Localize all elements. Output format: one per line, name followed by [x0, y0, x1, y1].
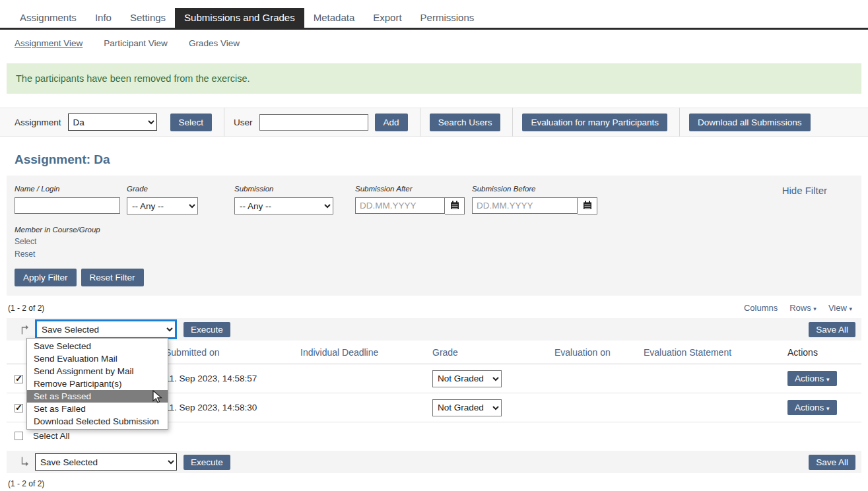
filter-name-login-field: Name / Login — [15, 185, 120, 214]
subtab-grades-view[interactable]: Grades View — [189, 38, 240, 48]
menu-item-send-assignment-by-mail[interactable]: Send Assignment by Mail — [27, 365, 168, 377]
hide-filter-link[interactable]: Hide Filter — [782, 185, 827, 196]
user-input[interactable] — [259, 114, 368, 131]
subtab-participant-view[interactable]: Participant View — [104, 38, 168, 48]
select-button[interactable]: Select — [170, 114, 213, 131]
submission-after-label: Submission After — [355, 185, 465, 193]
menu-item-save-selected[interactable]: Save Selected — [27, 340, 168, 352]
select-all-label: Select All — [33, 431, 70, 441]
chevron-down-icon: ▾ — [813, 306, 817, 312]
grade-filter-select[interactable]: -- Any -- — [127, 197, 198, 214]
header-actions: Actions — [782, 341, 861, 364]
view-link[interactable]: View ▾ — [828, 303, 852, 313]
header-evaluation-on[interactable]: Evaluation on — [554, 341, 644, 364]
execute-button-bottom[interactable]: Execute — [184, 455, 230, 470]
menu-item-send-evaluation-mail[interactable]: Send Evaluation Mail — [27, 352, 168, 365]
tab-permissions[interactable]: Permissions — [411, 8, 484, 28]
result-range: (1 - 2 of 2) — [8, 304, 44, 313]
calendar-icon — [450, 201, 459, 212]
search-users-button[interactable]: Search Users — [430, 114, 501, 131]
bulk-action-band-bottom: Save Selected Execute Save All — [7, 451, 861, 473]
toolbar-evaluation-group: Evaluation for many Participants — [522, 108, 680, 137]
header-grade[interactable]: Grade — [432, 341, 554, 364]
filter-submission-field: Submission -- Any -- — [234, 185, 333, 214]
tab-metadata[interactable]: Metadata — [304, 8, 364, 28]
submission-after-calendar-button[interactable] — [445, 197, 465, 214]
main-tab-bar: Assignments Info Settings Submissions an… — [0, 0, 868, 30]
member-course-group-label: Member in Course/Group — [15, 226, 853, 234]
calendar-icon — [583, 201, 592, 212]
toolbar-assignment-group: Assignment Da Select — [15, 108, 224, 137]
submission-before-label: Submission Before — [472, 185, 597, 193]
apply-up-arrow-icon — [20, 324, 29, 335]
bulk-action-open-menu: Save Selected Send Evaluation Mail Send … — [26, 338, 168, 430]
toolbar-download-group: Download all Submissions — [689, 108, 822, 137]
table-view-links: Columns Rows ▾ View ▾ — [744, 303, 860, 313]
toolbar: Assignment Da Select User Add Search Use… — [0, 108, 868, 137]
grade-select[interactable]: Not Graded — [432, 399, 502, 416]
select-all-checkbox[interactable] — [15, 432, 23, 440]
name-login-label: Name / Login — [15, 185, 120, 193]
rows-link[interactable]: Rows ▾ — [789, 303, 817, 313]
member-reset-link[interactable]: Reset — [15, 249, 35, 259]
toolbar-user-group: User Add — [234, 108, 420, 137]
grade-select[interactable]: Not Graded — [432, 370, 502, 387]
apply-down-arrow-icon — [20, 457, 29, 467]
tab-settings[interactable]: Settings — [121, 8, 175, 28]
save-all-button-top[interactable]: Save All — [809, 322, 855, 337]
success-message: The participants have been removed from … — [7, 63, 861, 94]
bulk-action-select-bottom[interactable]: Save Selected — [35, 453, 177, 471]
assignment-label: Assignment — [15, 117, 61, 127]
name-login-input[interactable] — [15, 197, 120, 214]
bulk-action-band-top: Save Selected Execute Save All — [7, 318, 861, 341]
row-actions-button[interactable]: Actions ▾ — [787, 400, 837, 415]
filter-buttons: Apply Filter Reset Filter — [15, 269, 853, 286]
filter-fields-row: Name / Login Grade -- Any -- Submission … — [15, 185, 853, 214]
submission-after-input[interactable] — [355, 197, 445, 214]
row-actions-button[interactable]: Actions ▾ — [787, 371, 837, 386]
filter-submission-before-field: Submission Before — [472, 185, 597, 214]
chevron-down-icon: ▾ — [826, 405, 830, 412]
submitted-on-cell: 11. Sep 2023, 14:58:30 — [165, 403, 300, 412]
member-select-link[interactable]: Select — [15, 237, 36, 246]
save-all-button-bottom[interactable]: Save All — [809, 455, 855, 470]
download-all-submissions-button[interactable]: Download all Submissions — [689, 114, 811, 131]
toolbar-search-group: Search Users — [430, 108, 514, 137]
menu-item-remove-participants[interactable]: Remove Participant(s) — [27, 377, 168, 390]
filter-submission-after-field: Submission After — [355, 185, 465, 214]
tab-export[interactable]: Export — [364, 8, 411, 28]
submission-filter-select[interactable]: -- Any -- — [234, 197, 333, 214]
header-evaluation-statement[interactable]: Evaluation Statement — [644, 341, 782, 364]
bulk-action-select-top[interactable]: Save Selected — [35, 319, 177, 339]
menu-item-set-as-passed[interactable]: Set as Passed — [27, 390, 168, 403]
menu-item-download-selected-submission[interactable]: Download Selected Submission — [27, 415, 168, 428]
row-checkbox[interactable] — [15, 404, 23, 412]
menu-item-set-as-failed[interactable]: Set as Failed — [27, 403, 168, 415]
evaluation-many-participants-button[interactable]: Evaluation for many Participants — [522, 114, 667, 131]
sub-tab-bar: Assignment View Participant View Grades … — [0, 30, 868, 57]
tab-info[interactable]: Info — [86, 8, 121, 28]
header-individual-deadline[interactable]: Individual Deadline — [300, 341, 432, 364]
chevron-down-icon: ▾ — [826, 376, 830, 383]
filter-panel: Name / Login Grade -- Any -- Submission … — [7, 176, 861, 296]
execute-button-top[interactable]: Execute — [184, 322, 230, 337]
user-label: User — [234, 117, 253, 127]
subtab-assignment-view[interactable]: Assignment View — [15, 38, 83, 48]
grade-label: Grade — [127, 185, 198, 193]
tab-assignments[interactable]: Assignments — [11, 8, 86, 28]
header-submitted-on[interactable]: Submitted on — [165, 341, 300, 364]
submission-before-input[interactable] — [472, 197, 578, 214]
filter-grade-field: Grade -- Any -- — [127, 185, 198, 214]
submission-label: Submission — [234, 185, 333, 193]
add-button[interactable]: Add — [375, 114, 408, 131]
submissions-grades-page: { "colors": { "accent": "#4c6586", "acti… — [0, 0, 868, 491]
apply-filter-button[interactable]: Apply Filter — [15, 269, 77, 286]
submission-before-calendar-button[interactable] — [578, 197, 597, 214]
assignment-select[interactable]: Da — [68, 114, 157, 131]
row-checkbox[interactable] — [15, 375, 23, 383]
submitted-on-cell: 11. Sep 2023, 14:58:57 — [165, 374, 300, 383]
reset-filter-button[interactable]: Reset Filter — [81, 269, 144, 286]
success-message-text: The participants have been removed from … — [16, 73, 250, 84]
tab-submissions-and-grades[interactable]: Submissions and Grades — [175, 8, 304, 28]
columns-link[interactable]: Columns — [744, 303, 778, 313]
